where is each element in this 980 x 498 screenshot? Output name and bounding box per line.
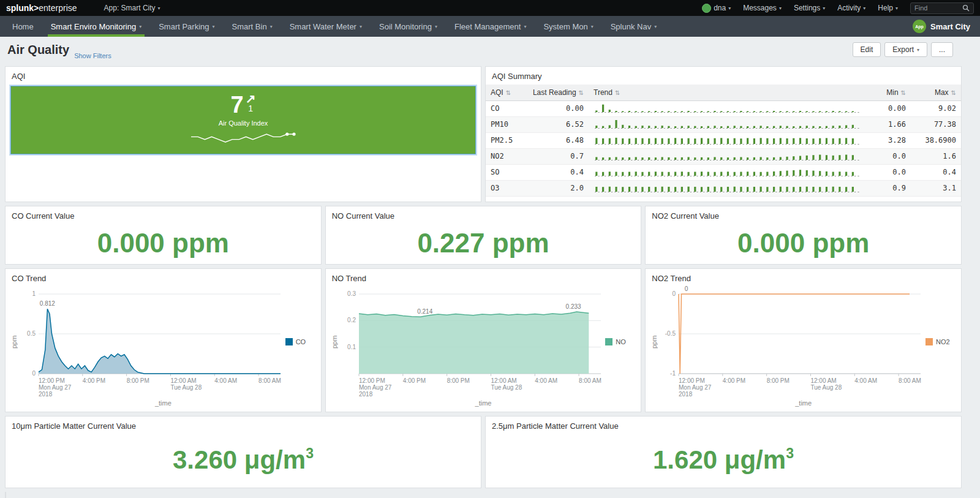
svg-text:12:00 PMMon Aug 272018: 12:00 PMMon Aug 272018: [39, 377, 72, 398]
metric-name: O3: [486, 180, 524, 196]
activity-menu[interactable]: Activity▾: [831, 0, 872, 16]
svg-text:4:00 PM: 4:00 PM: [723, 377, 745, 384]
aqi-panel: AQI 7 ↗ 1 Air Quality Index: [5, 66, 481, 202]
panel-title: NO2 Current Value: [646, 206, 961, 222]
table-row-no2[interactable]: NO20.70.01.6: [486, 148, 961, 164]
metric-name: CO: [486, 100, 524, 116]
legend-item-no2[interactable]: NO2: [925, 338, 959, 345]
nav-item-fleet-management[interactable]: Fleet Management▾: [446, 16, 535, 37]
chevron-down-icon: ▾: [823, 6, 825, 11]
aqi-summary-table-wrap: AQI⇅ Last Reading⇅ Trend⇅ Min⇅ Max⇅ CO0.…: [486, 82, 961, 197]
app-badge-label: Smart City: [930, 22, 970, 31]
legend-item-co[interactable]: CO: [285, 338, 318, 345]
panel-title: 2.5μm Particle Matter Current Value: [486, 417, 961, 432]
table-row-pm10[interactable]: PM106.521.6677.38: [486, 116, 961, 132]
aqi-single-value[interactable]: 7 ↗ 1 Air Quality Index: [10, 86, 476, 154]
edit-button[interactable]: Edit: [853, 42, 881, 57]
co-trend-chart[interactable]: 00.5112:00 PMMon Aug 2720184:00 PM8:00 P…: [19, 284, 285, 399]
trend-sparkline-svg: [594, 151, 863, 162]
table-row-pm2-5[interactable]: PM2.56.483.2838.6900: [486, 132, 961, 148]
legend-swatch-icon: [285, 338, 293, 345]
nav-item-label: Fleet Management: [454, 22, 521, 31]
page-header: Air Quality Show Filters Edit Export ▾ .…: [0, 37, 980, 62]
pm10-value-sup: 3: [306, 447, 314, 461]
chevron-down-icon: ▾: [917, 47, 919, 53]
chart-svg: 00.5112:00 PMMon Aug 2720184:00 PM8:00 P…: [19, 284, 285, 399]
no-trend-chart[interactable]: 0.10.20.312:00 PMMon Aug 2720184:00 PM8:…: [339, 284, 606, 399]
column-header-trend[interactable]: Trend⇅: [589, 85, 868, 100]
co-current-value: 0.000 ppm: [6, 222, 321, 264]
y-axis-title: ppm: [649, 284, 659, 399]
column-header-aqi[interactable]: AQI⇅: [486, 85, 524, 100]
app-nav-items: HomeSmart Enviro Monitoring▾Smart Parkin…: [4, 16, 665, 37]
avatar: [702, 4, 711, 13]
column-header-last-reading[interactable]: Last Reading⇅: [524, 85, 589, 100]
max-value: 3.1: [911, 180, 961, 196]
chart-area: ppm 0.10.20.312:00 PMMon Aug 2720184:00 …: [326, 284, 641, 399]
pm10-value-text: 3.260 μg/m: [173, 447, 306, 473]
search-icon[interactable]: [962, 4, 970, 12]
legend-label: NO2: [936, 338, 950, 345]
pm25-current-value: 1.620 μg/m3: [486, 432, 961, 488]
top-bar: splunk>enterprise App: Smart City ▾ dna …: [0, 0, 980, 16]
trend-sparkline-svg: [594, 135, 863, 146]
export-button[interactable]: Export ▾: [884, 42, 927, 57]
trend-cell: [589, 116, 868, 132]
min-value: 3.28: [868, 132, 911, 148]
dashboard: AQI 7 ↗ 1 Air Quality Index AQI Summary: [0, 62, 980, 498]
table-row-co[interactable]: CO0.000.009.02: [486, 100, 961, 116]
panel-title: NO Current Value: [326, 206, 641, 222]
metric-name: PM10: [486, 116, 524, 132]
help-menu[interactable]: Help▾: [872, 0, 904, 16]
aqi-sparkline-svg: [188, 129, 298, 145]
svg-text:0: 0: [685, 285, 688, 292]
no2-trend-chart[interactable]: 0-0.5-112:00 PMMon Aug 2720184:00 PM8:00…: [659, 284, 925, 399]
app-menu[interactable]: App: Smart City ▾: [98, 0, 167, 16]
app-badge[interactable]: App Smart City: [913, 16, 976, 37]
aqi-summary-table: AQI⇅ Last Reading⇅ Trend⇅ Min⇅ Max⇅ CO0.…: [486, 85, 961, 197]
find-input[interactable]: [914, 4, 962, 12]
svg-text:12:00 PMMon Aug 272018: 12:00 PMMon Aug 272018: [679, 377, 712, 398]
settings-menu[interactable]: Settings▾: [788, 0, 831, 16]
min-value: 0.9: [868, 180, 911, 196]
partial-panel: [5, 492, 6, 498]
chevron-down-icon: ▾: [863, 6, 865, 11]
column-header-min[interactable]: Min⇅: [868, 85, 911, 100]
pm25-value-sup: 3: [786, 447, 794, 461]
more-button[interactable]: ...: [931, 42, 953, 57]
user-menu[interactable]: dna ▾: [696, 0, 737, 16]
nav-item-smart-enviro-monitoring[interactable]: Smart Enviro Monitoring▾: [42, 16, 150, 37]
nav-item-splunk-nav[interactable]: Splunk Nav▾: [602, 16, 666, 37]
nav-item-system-mon[interactable]: System Mon▾: [535, 16, 601, 37]
legend-item-no[interactable]: NO: [605, 338, 638, 345]
svg-text:12:00 AMTue Aug 28: 12:00 AMTue Aug 28: [170, 377, 202, 391]
messages-menu[interactable]: Messages▾: [737, 0, 788, 16]
svg-text:0.3: 0.3: [347, 290, 356, 297]
svg-text:4:00 AM: 4:00 AM: [855, 377, 878, 384]
x-axis-title: _time: [646, 399, 961, 412]
splunk-logo[interactable]: splunk>enterprise: [6, 3, 77, 13]
nav-item-label: Smart Bin: [232, 22, 267, 31]
panel-title: CO Trend: [6, 269, 321, 284]
nav-item-smart-parking[interactable]: Smart Parking▾: [150, 16, 223, 37]
nav-item-soil-monitoring[interactable]: Soil Monitoring▾: [371, 16, 446, 37]
show-filters-link[interactable]: Show Filters: [74, 52, 111, 62]
table-row-o3[interactable]: O32.00.93.1: [486, 180, 961, 196]
nav-item-smart-water-meter[interactable]: Smart Water Meter▾: [281, 16, 371, 37]
no2-current-value-panel: NO2 Current Value 0.000 ppm: [645, 206, 962, 265]
svg-text:8:00 AM: 8:00 AM: [258, 377, 281, 384]
legend-swatch-icon: [925, 338, 933, 345]
table-row-so[interactable]: SO0.40.00.4: [486, 164, 961, 180]
aqi-delta-col: ↗ 1: [246, 93, 256, 113]
trend-cell: [589, 100, 868, 116]
svg-text:12:00 PMMon Aug 272018: 12:00 PMMon Aug 272018: [359, 377, 392, 398]
nav-item-smart-bin[interactable]: Smart Bin▾: [224, 16, 281, 37]
chevron-down-icon: ▾: [728, 6, 731, 11]
nav-item-label: Home: [12, 22, 34, 31]
column-header-max[interactable]: Max⇅: [911, 85, 961, 100]
chevron-down-icon: ▾: [435, 24, 437, 29]
export-button-label: Export: [892, 45, 914, 54]
nav-item-home[interactable]: Home: [4, 16, 42, 37]
svg-text:4:00 PM: 4:00 PM: [83, 377, 105, 384]
nav-item-label: Soil Monitoring: [379, 22, 432, 31]
